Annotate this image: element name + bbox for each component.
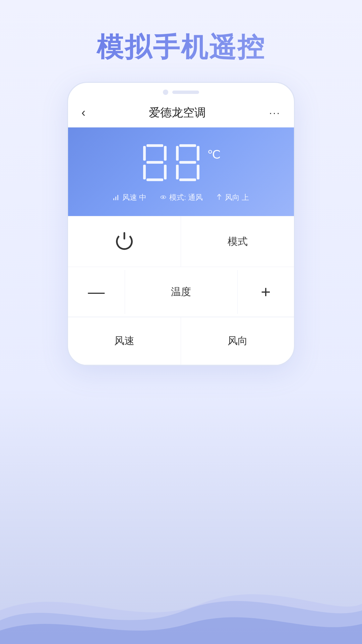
back-button[interactable]: ‹ <box>81 106 85 120</box>
seg-e2 <box>176 165 179 179</box>
seg-g <box>146 161 163 164</box>
digit-tens <box>141 144 172 181</box>
phone-top-bar <box>68 83 294 98</box>
wind-dir-label: 风向 上 <box>225 193 249 203</box>
wave-decoration <box>0 543 362 644</box>
digit-ones <box>174 144 204 181</box>
seg-a2 <box>179 144 196 147</box>
wind-speed-icon <box>113 194 120 202</box>
wind-speed-label: 风速 中 <box>122 193 146 203</box>
page-title: 模拟手机遥控 <box>86 27 276 68</box>
segment-display-tens <box>141 144 168 181</box>
wind-speed-status: 风速 中 <box>113 193 146 203</box>
svg-rect-2 <box>117 195 118 200</box>
power-icon <box>116 233 133 250</box>
temperature-display: ℃ <box>81 144 281 182</box>
unit-celsius: ℃ <box>207 148 221 162</box>
temperature-control-row: — 温度 + <box>68 267 294 317</box>
temp-increase-button[interactable]: + <box>238 267 294 317</box>
seg-a <box>146 144 163 147</box>
seg-f <box>143 146 146 161</box>
wind-dir-button-label: 风向 <box>228 334 248 348</box>
seg-c2 <box>197 165 199 179</box>
temp-decrease-icon: — <box>88 282 105 302</box>
temp-increase-icon: + <box>261 282 270 302</box>
seg-b <box>164 146 167 161</box>
seg-d <box>146 178 163 181</box>
controls-bottom-row: 风速 风向 <box>68 317 294 365</box>
seg-b2 <box>197 146 199 161</box>
mode-status: 模式: 通风 <box>160 193 203 203</box>
seg-c <box>164 165 167 179</box>
page-title-section: 模拟手机遥控 <box>0 0 362 82</box>
mode-icon <box>160 194 167 202</box>
more-button[interactable]: ··· <box>269 107 281 118</box>
seg-e <box>143 165 146 179</box>
mode-label: 模式: 通风 <box>169 193 203 203</box>
svg-point-3 <box>162 196 164 198</box>
wind-speed-button-label: 风速 <box>114 334 134 348</box>
seg-d2 <box>179 178 196 181</box>
wind-dir-status: 风向 上 <box>216 193 249 203</box>
svg-rect-1 <box>115 197 116 200</box>
seg-g2 <box>179 161 196 164</box>
ac-status-row: 风速 中 模式: 通风 风向 上 <box>81 193 281 203</box>
seg-f2 <box>176 146 179 161</box>
temp-decrease-button[interactable]: — <box>68 267 125 317</box>
power-button[interactable] <box>68 216 181 267</box>
phone-speaker <box>172 91 199 94</box>
mode-button[interactable]: 模式 <box>181 216 294 267</box>
phone-mockup: ‹ 爱德龙空调 ··· <box>67 82 295 366</box>
wind-speed-button[interactable]: 风速 <box>68 317 181 365</box>
svg-rect-0 <box>113 198 114 200</box>
temp-digits: ℃ <box>141 144 221 181</box>
app-title: 爱德龙空调 <box>149 105 206 120</box>
controls-top-row: 模式 <box>68 216 294 267</box>
segment-display-ones <box>174 144 201 181</box>
mode-button-label: 模式 <box>228 235 248 249</box>
ac-display-panel: ℃ 风速 中 <box>68 127 294 216</box>
wind-dir-icon <box>216 194 222 202</box>
wind-dir-button[interactable]: 风向 <box>181 317 294 365</box>
phone-camera <box>163 90 168 95</box>
app-header: ‹ 爱德龙空调 ··· <box>68 98 294 127</box>
temperature-label: 温度 <box>125 270 238 314</box>
